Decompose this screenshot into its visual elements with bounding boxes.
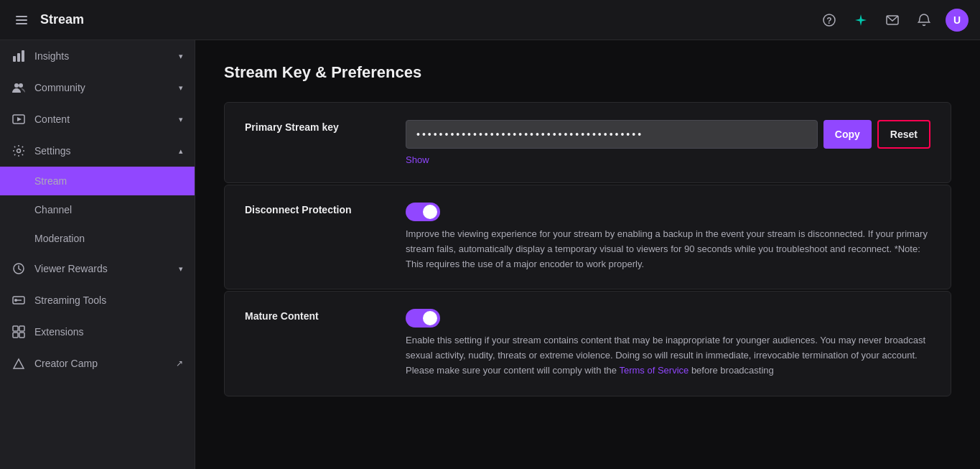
- sidebar-item-community-label: Community: [34, 82, 170, 93]
- sidebar-item-insights-label: Insights: [34, 50, 170, 62]
- disconnect-row: Disconnect Protection Improve the viewin…: [225, 185, 951, 289]
- settings-section-mature: Mature Content Enable this setting if yo…: [224, 291, 951, 396]
- main-layout: Insights ▾ Community ▾: [0, 40, 980, 469]
- content-chevron: ▾: [179, 115, 183, 124]
- sidebar-item-extensions[interactable]: Extensions: [0, 316, 195, 348]
- topnav: Stream ? U: [0, 0, 980, 40]
- svg-rect-1: [16, 19, 27, 21]
- help-icon[interactable]: ?: [819, 10, 839, 30]
- sidebar-item-moderation[interactable]: Moderation: [0, 224, 195, 253]
- creator-camp-external-icon: ↗: [176, 358, 183, 368]
- sidebar-item-insights[interactable]: Insights ▾: [0, 40, 195, 72]
- mature-toggle-slider: [406, 309, 440, 328]
- sidebar-item-stream-label: Stream: [34, 175, 183, 187]
- svg-rect-9: [22, 50, 24, 62]
- topnav-left: Stream: [11, 10, 819, 30]
- disconnect-label: Disconnect Protection: [245, 203, 388, 215]
- settings-section-stream-key: Primary Stream key Copy Reset Show: [224, 102, 951, 183]
- settings-section-disconnect: Disconnect Protection Improve the viewin…: [224, 185, 951, 289]
- sidebar: Insights ▾ Community ▾: [0, 40, 195, 469]
- svg-rect-8: [17, 53, 20, 62]
- sidebar-item-channel[interactable]: Channel: [0, 195, 195, 224]
- inbox-icon[interactable]: [882, 10, 902, 30]
- svg-rect-22: [19, 333, 24, 338]
- extensions-icon: [11, 325, 26, 339]
- avatar-initial: U: [953, 14, 961, 26]
- sidebar-item-streaming-tools-label: Streaming Tools: [34, 294, 183, 306]
- content-icon: [11, 112, 26, 126]
- stream-key-input[interactable]: [406, 120, 818, 149]
- svg-point-14: [17, 149, 21, 153]
- streaming-tools-icon: [11, 293, 26, 307]
- sidebar-item-creator-camp-label: Creator Camp: [34, 358, 167, 369]
- sidebar-item-stream[interactable]: Stream: [0, 167, 195, 195]
- mature-row: Mature Content Enable this setting if yo…: [225, 292, 951, 395]
- settings-icon: [11, 144, 26, 158]
- svg-point-10: [14, 83, 19, 88]
- notifications-icon[interactable]: [914, 10, 934, 30]
- sidebar-item-community[interactable]: Community ▾: [0, 72, 195, 103]
- stream-key-control: Copy Reset Show: [406, 120, 930, 165]
- settings-chevron: ▴: [179, 147, 183, 156]
- svg-point-18: [14, 299, 17, 302]
- disconnect-description: Improve the viewing experience for your …: [406, 227, 930, 271]
- disconnect-toggle[interactable]: [406, 203, 440, 221]
- stream-key-input-row: Copy Reset: [406, 120, 930, 149]
- svg-rect-20: [19, 326, 24, 331]
- content-area: Stream Key & Preferences Primary Stream …: [195, 40, 980, 469]
- mature-toggle[interactable]: [406, 309, 440, 328]
- sidebar-item-extensions-label: Extensions: [34, 326, 183, 338]
- svg-point-11: [19, 83, 23, 88]
- topnav-title: Stream: [40, 12, 84, 27]
- sidebar-item-creator-camp[interactable]: Creator Camp ↗: [0, 348, 195, 379]
- sidebar-item-settings-label: Settings: [34, 145, 170, 157]
- copy-button[interactable]: Copy: [823, 120, 872, 149]
- sparkle-icon[interactable]: [851, 10, 871, 30]
- community-icon: [11, 80, 26, 95]
- terms-of-service-link[interactable]: Terms of Service: [619, 365, 689, 376]
- stream-key-row: Primary Stream key Copy Reset Show: [225, 103, 951, 182]
- disconnect-toggle-slider: [406, 203, 440, 221]
- insights-chevron: ▾: [179, 52, 183, 61]
- disconnect-control: Improve the viewing experience for your …: [406, 203, 930, 271]
- sidebar-item-streaming-tools[interactable]: Streaming Tools: [0, 284, 195, 316]
- sidebar-item-settings[interactable]: Settings ▴: [0, 135, 195, 167]
- svg-rect-2: [16, 23, 27, 24]
- svg-rect-7: [13, 56, 16, 62]
- avatar[interactable]: U: [946, 9, 969, 32]
- insights-icon: [11, 49, 26, 63]
- mature-control: Enable this setting if your stream conta…: [406, 309, 930, 378]
- creator-camp-icon: [11, 356, 26, 371]
- svg-rect-0: [16, 16, 27, 17]
- sidebar-item-viewer-rewards[interactable]: Viewer Rewards ▾: [0, 253, 195, 284]
- sidebar-item-channel-label: Channel: [34, 204, 183, 215]
- community-chevron: ▾: [179, 83, 183, 93]
- viewer-rewards-icon: [11, 261, 26, 276]
- mature-desc-after: before broadcasting: [689, 365, 774, 376]
- disconnect-toggle-row: [406, 203, 930, 221]
- mature-label: Mature Content: [245, 309, 388, 322]
- show-key-link[interactable]: Show: [406, 154, 930, 165]
- menu-icon[interactable]: [11, 10, 32, 30]
- sidebar-item-viewer-rewards-label: Viewer Rewards: [34, 263, 170, 274]
- mature-description: Enable this setting if your stream conta…: [406, 333, 930, 378]
- viewer-rewards-chevron: ▾: [179, 264, 183, 274]
- sidebar-item-moderation-label: Moderation: [34, 233, 183, 244]
- sidebar-item-content[interactable]: Content ▾: [0, 103, 195, 135]
- svg-marker-5: [855, 14, 867, 26]
- sidebar-item-content-label: Content: [34, 113, 170, 125]
- svg-rect-19: [13, 326, 18, 331]
- topnav-right: ? U: [819, 9, 969, 32]
- mature-toggle-row: [406, 309, 930, 328]
- page-title: Stream Key & Preferences: [224, 63, 951, 82]
- svg-rect-21: [13, 333, 18, 338]
- stream-key-label: Primary Stream key: [245, 120, 388, 133]
- reset-button[interactable]: Reset: [877, 120, 930, 149]
- svg-marker-13: [17, 117, 22, 121]
- svg-text:?: ?: [826, 16, 831, 26]
